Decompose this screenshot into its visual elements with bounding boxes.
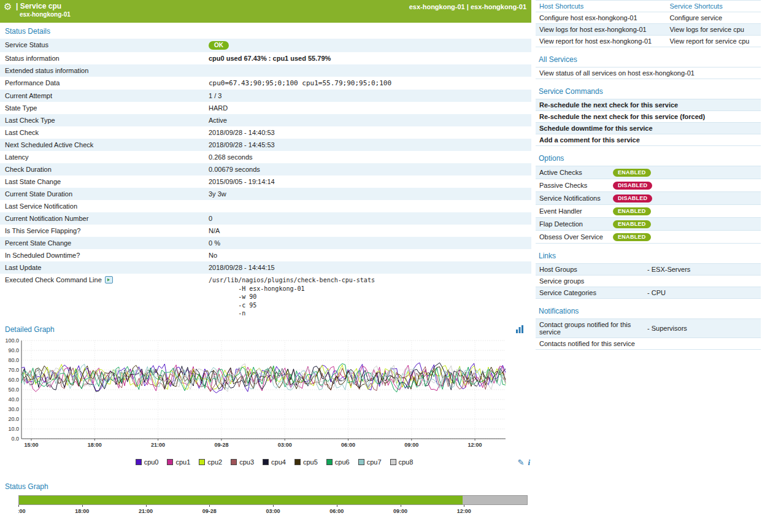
status-row: Executed Check Command Line/usr/lib/nagi… xyxy=(0,274,531,320)
status-row: Next Scheduled Active Check2018/09/28 - … xyxy=(0,139,531,151)
status-row-label: Percent State Change xyxy=(0,237,204,249)
option-row: Passive ChecksDISABLED xyxy=(536,179,761,192)
legend-label: cpu0 xyxy=(144,458,159,466)
link-label: Host Groups xyxy=(536,264,644,276)
status-row-value: 0.268 seconds xyxy=(204,151,531,163)
shortcut-row: View logs for host esx-hongkong-01View l… xyxy=(536,24,761,36)
service-shortcut-item[interactable]: Configure service xyxy=(666,12,761,24)
legend-swatch xyxy=(167,459,173,465)
command-icon[interactable] xyxy=(105,276,113,285)
edit-graph-icon[interactable]: ✎ xyxy=(517,458,524,467)
host-shortcut-item[interactable]: View logs for host esx-hongkong-01 xyxy=(536,24,666,36)
status-row: Service StatusOK xyxy=(0,39,531,52)
option-label: Service Notifications xyxy=(536,192,609,205)
host-shortcut-item[interactable]: View report for host esx-hongkong-01 xyxy=(536,36,666,47)
status-row-value: 2015/09/05 - 19:14:14 xyxy=(204,175,531,188)
svg-text:100.0: 100.0 xyxy=(5,337,19,344)
link-value[interactable]: - CPU xyxy=(644,287,761,299)
host-shortcut-item[interactable]: Configure host esx-hongkong-01 xyxy=(536,12,666,24)
service-commands-heading: Service Commands xyxy=(536,79,761,99)
service-command-row: Re-schedule the next check for this serv… xyxy=(536,99,761,111)
status-row: Performance Datacpu0=67.43;90;95;0;100 c… xyxy=(0,77,531,90)
options-heading: Options xyxy=(536,146,761,166)
option-value-cell: DISABLED xyxy=(609,192,761,205)
cpu-usage-chart: 100.090.080.070.060.050.040.030.020.010.… xyxy=(0,337,510,452)
option-label: Obsess Over Service xyxy=(536,231,609,244)
option-row: Event HandlerENABLED xyxy=(536,205,761,218)
status-row-value xyxy=(204,200,531,212)
shortcuts-header-row: Host ShortcutsService Shortcuts xyxy=(536,1,761,12)
status-row-label: Executed Check Command Line xyxy=(0,274,204,320)
option-row: Flap DetectionENABLED xyxy=(536,218,761,231)
service-shortcuts-heading[interactable]: Service Shortcuts xyxy=(669,2,722,10)
status-row-label: In Scheduled Downtime? xyxy=(0,249,204,261)
status-row-label: Status information xyxy=(0,52,204,64)
svg-text:21:00: 21:00 xyxy=(151,442,165,448)
status-row-value: 3y 3w xyxy=(204,188,531,200)
legend-item: cpu2 xyxy=(199,458,222,466)
status-row: Last Check2018/09/28 - 14:40:53 xyxy=(0,126,531,139)
service-command-row: Re-schedule the next check for this serv… xyxy=(536,111,761,123)
status-row-label: Extended status information xyxy=(0,64,204,77)
svg-text:10.0: 10.0 xyxy=(8,426,19,432)
svg-text:30.0: 30.0 xyxy=(8,406,19,412)
status-axis-label: 03:00 xyxy=(266,508,280,514)
option-label: Flap Detection xyxy=(536,218,609,231)
check-command-text: /usr/lib/nagios/plugins/check-bench-cpu-… xyxy=(209,276,526,318)
status-segment-ok xyxy=(19,496,463,504)
status-details-table: Service StatusOKStatus informationcpu0 u… xyxy=(0,39,531,320)
legend-swatch xyxy=(199,459,205,465)
status-axis-label: 06:00 xyxy=(329,508,344,514)
legend-item: cpu6 xyxy=(326,458,350,466)
option-state-badge[interactable]: ENABLED xyxy=(613,207,651,215)
info-icon[interactable]: i xyxy=(528,458,530,467)
gear-icon[interactable]: ⚙ xyxy=(4,1,12,12)
notification-label: Contact groups notified for this service xyxy=(536,319,644,338)
status-row-label: Last Check xyxy=(0,126,204,139)
notifications-table: Contact groups notified for this service… xyxy=(536,318,761,350)
status-row-label: Last Check Type xyxy=(0,114,204,126)
legend-item: cpu0 xyxy=(136,458,159,466)
legend-item: cpu3 xyxy=(231,458,254,466)
status-axis-label: 21:00 xyxy=(139,508,153,514)
status-row-value: Active xyxy=(204,114,531,126)
status-row-value: cpu0 used 67.43% : cpu1 used 55.79% xyxy=(204,52,531,64)
legend-label: cpu6 xyxy=(335,458,350,466)
svg-text:70.0: 70.0 xyxy=(8,367,19,373)
options-table: Active ChecksENABLEDPassive ChecksDISABL… xyxy=(536,166,761,244)
bar-chart-icon[interactable] xyxy=(515,325,524,334)
all-services-item[interactable]: View status of all services on host esx-… xyxy=(536,67,761,79)
status-row: Current State Duration3y 3w xyxy=(0,188,531,200)
status-details-heading: Status Details xyxy=(0,23,531,39)
svg-text:50.0: 50.0 xyxy=(8,387,19,393)
host-service-breadcrumb[interactable]: esx-hongkong-01 | esx-hongkong-01 xyxy=(409,3,526,10)
legend-swatch xyxy=(358,459,364,465)
option-value-cell: DISABLED xyxy=(609,179,761,192)
shortcuts-table: Host ShortcutsService ShortcutsConfigure… xyxy=(536,0,761,47)
status-row: In Scheduled Downtime?No xyxy=(0,249,531,261)
svg-text:12:00: 12:00 xyxy=(468,442,482,448)
host-subtitle-link[interactable]: esx-hongkong-01 xyxy=(20,11,526,18)
notification-value[interactable]: - Supervisors xyxy=(644,319,761,338)
status-axis-tick xyxy=(18,505,19,507)
service-shortcut-item[interactable]: View report for service cpu xyxy=(666,36,761,47)
svg-text:18:00: 18:00 xyxy=(88,442,102,448)
link-value[interactable]: - ESX-Servers xyxy=(644,264,761,276)
status-row-label: Performance Data xyxy=(0,77,204,90)
service-command-item[interactable]: Re-schedule the next check for this serv… xyxy=(536,111,761,123)
service-command-item[interactable]: Re-schedule the next check for this serv… xyxy=(536,99,761,111)
service-command-item[interactable]: Schedule downtime for this service xyxy=(536,123,761,134)
option-state-badge[interactable]: ENABLED xyxy=(613,233,651,241)
link-label: Service groups xyxy=(536,276,644,287)
host-shortcuts-heading[interactable]: Host Shortcuts xyxy=(539,2,583,10)
legend-item: cpu4 xyxy=(263,458,286,466)
option-state-badge[interactable]: ENABLED xyxy=(613,169,651,177)
service-command-item[interactable]: Add a comment for this service xyxy=(536,134,761,146)
option-state-badge[interactable]: DISABLED xyxy=(613,195,652,202)
option-state-badge[interactable]: ENABLED xyxy=(613,220,651,228)
legend-item: cpu5 xyxy=(294,458,318,466)
option-state-badge[interactable]: DISABLED xyxy=(613,182,652,190)
service-shortcut-item[interactable]: View logs for service cpu xyxy=(666,24,761,36)
status-row-label: Last Service Notification xyxy=(0,200,204,212)
links-heading: Links xyxy=(536,244,761,263)
